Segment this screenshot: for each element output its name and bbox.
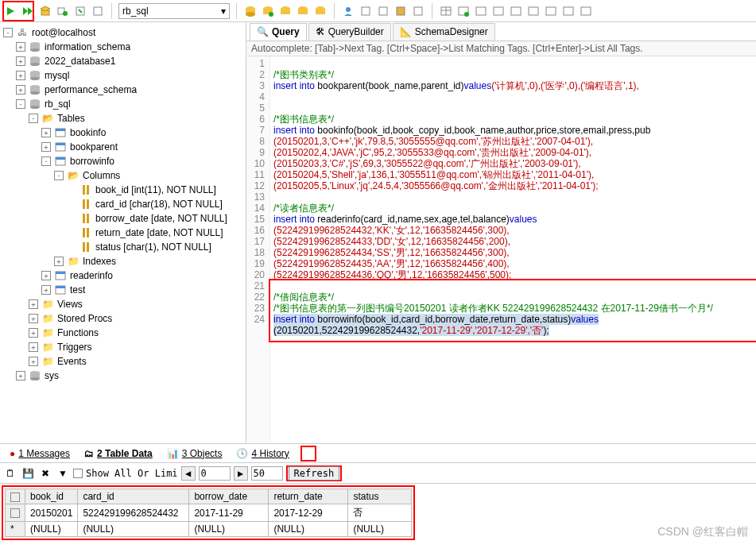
- grid-col-header[interactable]: book_id: [25, 489, 78, 504]
- tool-icon-4[interactable]: [91, 4, 105, 18]
- tree-folder[interactable]: +📁Functions: [0, 326, 246, 340]
- tree-db[interactable]: +2022_database1: [0, 54, 246, 68]
- user-icon[interactable]: [341, 4, 355, 18]
- tool-icon-2[interactable]: [56, 4, 70, 18]
- tree-folder[interactable]: +📁Triggers: [0, 340, 246, 354]
- grid-cell[interactable]: (NULL): [269, 522, 348, 537]
- table-icon-1[interactable]: [439, 4, 453, 18]
- db-icon-3[interactable]: [278, 4, 293, 18]
- grid-cell[interactable]: 522429199628524432: [78, 504, 189, 522]
- grid-col-header[interactable]: borrow_date: [189, 489, 269, 504]
- table-icon-5[interactable]: [509, 4, 523, 18]
- tree-table[interactable]: +test: [0, 283, 246, 297]
- tab-objects[interactable]: 📊3 Objects: [161, 446, 229, 461]
- query-icon: 🔍: [257, 26, 269, 37]
- folder-icon: 📁: [41, 341, 54, 353]
- tree-table-open[interactable]: -borrowinfo: [0, 154, 246, 168]
- tree-folder[interactable]: +📁Views: [0, 297, 246, 311]
- table-icon-7[interactable]: [544, 4, 558, 18]
- grid-cell[interactable]: 20150201: [25, 504, 78, 522]
- tree-db[interactable]: +sys: [0, 369, 246, 383]
- table-icon-3[interactable]: [474, 4, 488, 18]
- tree-column[interactable]: return_date [date, NOT NULL]: [0, 226, 246, 240]
- result-grid[interactable]: book_id card_id borrow_date return_date …: [5, 489, 412, 537]
- tab-schemadesigner[interactable]: 📐SchemaDesigner: [393, 23, 495, 41]
- tree-column[interactable]: card_id [char(18), NOT NULL]: [0, 197, 246, 211]
- refresh-highlight: Refresh: [286, 465, 343, 481]
- tree-tables-folder[interactable]: -📂Tables: [0, 111, 246, 126]
- tree-column[interactable]: status [char(1), NOT NULL]: [0, 240, 246, 254]
- table-icon-4[interactable]: [491, 4, 506, 18]
- tool-icon-1[interactable]: [38, 4, 52, 18]
- tab-query[interactable]: 🔍Query: [250, 23, 307, 41]
- tab-messages[interactable]: ●1 Messages: [3, 446, 76, 461]
- tree-table[interactable]: +readerinfo: [0, 268, 246, 283]
- db-refresh-icon[interactable]: [261, 4, 275, 18]
- table-icon-2[interactable]: [456, 4, 471, 18]
- db-gold-icon[interactable]: [243, 4, 258, 18]
- tree-column[interactable]: borrow_date [date, NOT NULL]: [0, 211, 246, 226]
- grid-cell[interactable]: 2017-12-29: [269, 504, 348, 522]
- grid-row[interactable]: 20150201 522429199628524432 2017-11-29 2…: [6, 504, 412, 522]
- delete-row-icon[interactable]: ✖: [38, 466, 52, 481]
- tree-column[interactable]: book_id [int(11), NOT NULL]: [0, 183, 246, 197]
- tree-indexes-folder[interactable]: +📁Indexes: [0, 254, 246, 268]
- tool-icon-a[interactable]: [359, 4, 373, 18]
- grid-col-header[interactable]: status: [348, 489, 412, 504]
- row-selector-new[interactable]: *: [6, 522, 25, 537]
- grid-cell[interactable]: (NULL): [78, 522, 189, 537]
- tool-icon-c[interactable]: [394, 4, 408, 18]
- tab-querybuilder[interactable]: 🛠QueryBuilder: [308, 23, 391, 41]
- filter-icon[interactable]: ▼: [56, 466, 70, 481]
- tree-root[interactable]: -🖧root@localhost: [0, 25, 246, 40]
- next-page-button[interactable]: ▶: [234, 466, 248, 481]
- tree-db[interactable]: +performance_schema: [0, 83, 246, 97]
- grid-col-header[interactable]: card_id: [78, 489, 189, 504]
- grid-cell[interactable]: 2017-11-29: [189, 504, 269, 522]
- grid-cell[interactable]: (NULL): [348, 522, 412, 537]
- grid-cell[interactable]: 否: [348, 504, 412, 522]
- tree-folder[interactable]: +📁Stored Procs: [0, 311, 246, 326]
- tool-icon-d[interactable]: [411, 4, 425, 18]
- db-icon-5[interactable]: [313, 4, 328, 18]
- tab-history[interactable]: 🕓4 History: [230, 446, 295, 461]
- tree-table[interactable]: +bookparent: [0, 140, 246, 154]
- schema-tree[interactable]: -🖧root@localhost +information_schema +20…: [0, 22, 246, 443]
- showall-checkbox[interactable]: [73, 469, 83, 478]
- save-icon[interactable]: 💾: [21, 466, 35, 481]
- grid-row-new[interactable]: * (NULL) (NULL) (NULL) (NULL) (NULL): [6, 522, 412, 537]
- tree-db[interactable]: +mysql: [0, 68, 246, 83]
- prev-page-button[interactable]: ◀: [181, 466, 196, 481]
- tree-item-label: card_id [char(18), NOT NULL]: [95, 199, 223, 210]
- table-icon-6[interactable]: [526, 4, 541, 18]
- tool-icon-b[interactable]: [376, 4, 390, 18]
- tool-icon-3[interactable]: [73, 4, 87, 18]
- sql-editor[interactable]: 123456789101112131415161718192021222324 …: [246, 56, 756, 443]
- tree-columns-folder[interactable]: -📂Columns: [0, 168, 246, 183]
- tree-table[interactable]: +bookinfo: [0, 126, 246, 140]
- table-icon-9[interactable]: [579, 4, 593, 18]
- row-selector-header[interactable]: [6, 489, 25, 504]
- grid-col-header[interactable]: return_date: [269, 489, 348, 504]
- offset-input[interactable]: [199, 466, 231, 481]
- code-area[interactable]: /*图书类别表*/ insert into bookparent(book_na…: [270, 56, 756, 443]
- db-icon-4[interactable]: [296, 4, 310, 18]
- refresh-button[interactable]: Refresh: [289, 466, 340, 481]
- limit-input[interactable]: [251, 466, 283, 481]
- tree-db[interactable]: +information_schema: [0, 40, 246, 54]
- table-icon: [54, 269, 67, 282]
- tree-folder[interactable]: +📁Events: [0, 354, 246, 369]
- table-icon-8[interactable]: [561, 4, 576, 18]
- tabledata-icon: 🗂: [84, 448, 94, 459]
- tree-item-label: rb_sql: [45, 98, 71, 110]
- grid-cell[interactable]: (NULL): [189, 522, 269, 537]
- tab-tabledata[interactable]: 🗂2 Table Data: [78, 446, 159, 461]
- tree-db-open[interactable]: -rb_sql: [0, 97, 246, 111]
- svg-rect-17: [281, 9, 290, 14]
- tab-label: 4 History: [251, 448, 289, 459]
- highlight-box-small: [300, 446, 316, 462]
- grid-icon[interactable]: 🗒: [3, 466, 17, 481]
- grid-cell[interactable]: (NULL): [25, 522, 78, 537]
- row-selector[interactable]: [6, 504, 25, 522]
- database-dropdown[interactable]: rb_sql ▾: [118, 3, 230, 19]
